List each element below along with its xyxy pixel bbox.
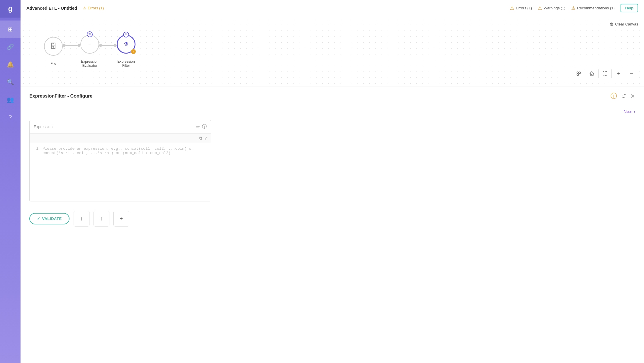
zoom-out-button[interactable]: − (625, 67, 638, 80)
svg-point-2 (577, 74, 579, 76)
help-button[interactable]: Help (621, 4, 638, 12)
bell-icon: 🔔 (7, 61, 14, 68)
edit-pencil-button[interactable]: ✏ (196, 124, 200, 129)
trash-icon: 🗑 (610, 22, 614, 26)
sidebar-item-search[interactable]: 🔍 (0, 73, 21, 91)
node-evaluator-circle[interactable]: 👁 ≡ (80, 35, 99, 54)
expression-placeholder: Please provide an expression: e.g., conc… (43, 146, 207, 155)
warnings-label: Warnings (1) (544, 6, 565, 10)
sidebar: g ⊞ 🔗 🔔 🔍 👥 ? (0, 0, 21, 363)
node-file-label: File (50, 62, 56, 66)
expression-label: Expression (34, 125, 52, 129)
node-file: 🗄 File (44, 37, 63, 66)
database-icon: 🗄 (50, 42, 57, 50)
svg-point-1 (579, 72, 581, 74)
connector-dot-3 (99, 44, 102, 47)
evaluator-icon: ≡ (88, 41, 91, 47)
recommendations-status: ⚠ Recommendations (1) (571, 5, 615, 11)
node-expression-evaluator: 👁 ≡ ExpressionEvaluator (80, 35, 99, 68)
expression-header-actions: ✏ ⓘ (196, 124, 207, 130)
recommendations-label: Recommendations (1) (577, 6, 615, 10)
expand-button[interactable]: ⤢ (204, 135, 208, 141)
next-label: Next (623, 109, 633, 114)
line-numbers: 1 (34, 146, 38, 151)
header-right: ⚠ Errors (1) ⚠ Warnings (1) ⚠ Recommenda… (510, 4, 638, 12)
select-area-button[interactable] (599, 67, 611, 80)
connector-dot-1 (63, 44, 66, 47)
upload-icon: ↑ (100, 216, 103, 222)
bottom-actions: ✓ VALIDATE ↓ ↑ + (21, 211, 644, 235)
question-icon: ? (9, 114, 12, 121)
validate-label: VALIDATE (42, 217, 62, 221)
configure-header: ExpressionFilter - Configure ⓘ ↺ ✕ (21, 86, 644, 106)
connector-dot-4 (114, 44, 117, 47)
page-title: Advanced ETL - Untitled (26, 6, 77, 11)
configure-panel: ExpressionFilter - Configure ⓘ ↺ ✕ Next … (21, 86, 644, 363)
chevron-right-icon: › (634, 109, 635, 114)
top-header: Advanced ETL - Untitled ⚠ Errors (1) ⚠ E… (21, 0, 644, 16)
node-filter-label: ExpressionFilter (117, 59, 135, 68)
configure-actions: ⓘ ↺ ✕ (611, 92, 635, 100)
errors-label: Errors (1) (516, 6, 532, 10)
node-evaluator-label: ExpressionEvaluator (81, 59, 98, 68)
checkmark-icon: ✓ (37, 217, 40, 221)
warnings-warning-icon: ⚠ (538, 5, 542, 11)
close-button[interactable]: ✕ (630, 93, 635, 100)
node-file-circle[interactable]: 🗄 (44, 37, 63, 56)
connector-line-1 (66, 45, 77, 46)
connector-line-2 (102, 45, 114, 46)
clear-canvas-button[interactable]: 🗑 Clear Canvas (610, 22, 638, 26)
grid-icon: ⊞ (8, 26, 13, 33)
plus-icon: + (120, 216, 123, 222)
sidebar-item-help[interactable]: ? (0, 108, 21, 126)
connector-dot-2 (77, 44, 80, 47)
sidebar-nav: ⊞ 🔗 🔔 🔍 👥 ? (0, 18, 21, 126)
recommendations-warning-icon: ⚠ (571, 5, 575, 11)
node-view-button[interactable] (572, 67, 585, 80)
svg-point-0 (577, 72, 579, 74)
copy-button[interactable]: ⧉ (199, 135, 202, 141)
evaluator-eye-icon: 👁 (87, 31, 93, 37)
main-content: Advanced ETL - Untitled ⚠ Errors (1) ⚠ E… (21, 0, 644, 363)
home-view-button[interactable] (585, 67, 598, 80)
error-triangle-icon: ⚠ (83, 6, 87, 10)
download-icon: ↓ (80, 216, 83, 222)
svg-rect-4 (603, 71, 607, 76)
link-icon: 🔗 (7, 43, 14, 50)
expression-info-button[interactable]: ⓘ (202, 124, 207, 130)
code-editor[interactable]: 1 Please provide an expression: e.g., co… (30, 143, 211, 202)
sidebar-item-users[interactable]: 👥 (0, 91, 21, 108)
logo-text: g (8, 5, 13, 13)
expression-box-header: Expression ✏ ⓘ (30, 120, 211, 134)
errors-status: ⚠ Errors (1) (510, 5, 532, 11)
errors-warning-icon: ⚠ (510, 5, 514, 11)
sidebar-item-dashboard[interactable]: ⊞ (0, 21, 21, 38)
node-expression-filter: 👁 ⚗ ! ExpressionFilter (117, 35, 135, 68)
refresh-button[interactable]: ↺ (621, 93, 626, 100)
people-icon: 👥 (7, 96, 14, 103)
expression-editor-container: Expression ✏ ⓘ ⧉ ⤢ 1 Please provide an e… (21, 117, 644, 211)
sidebar-item-notifications[interactable]: 🔔 (0, 56, 21, 73)
warnings-status: ⚠ Warnings (1) (538, 5, 565, 11)
export-button[interactable]: ↑ (94, 211, 109, 226)
next-button[interactable]: Next › (21, 106, 644, 117)
header-errors-badge: ⚠ Errors (1) (83, 6, 104, 10)
clear-canvas-label: Clear Canvas (615, 22, 638, 26)
sidebar-item-connections[interactable]: 🔗 (0, 38, 21, 56)
canvas-area: 🗄 File 👁 ≡ ExpressionEvaluator (21, 16, 644, 86)
configure-title: ExpressionFilter - Configure (29, 93, 92, 99)
search-icon: 🔍 (7, 79, 14, 86)
filter-icon: ⚗ (124, 41, 128, 47)
import-button[interactable]: ↓ (74, 211, 89, 226)
app-logo[interactable]: g (0, 0, 21, 18)
pipeline: 🗄 File 👁 ≡ ExpressionEvaluator (44, 35, 135, 68)
info-button[interactable]: ⓘ (611, 92, 617, 100)
filter-eye-icon: 👁 (123, 32, 129, 38)
add-expression-button[interactable]: + (113, 211, 129, 226)
expression-box: Expression ✏ ⓘ ⧉ ⤢ 1 Please provide an e… (29, 120, 211, 202)
filter-warning-dot: ! (131, 49, 136, 54)
zoom-in-button[interactable]: + (612, 67, 625, 80)
validate-button[interactable]: ✓ VALIDATE (29, 213, 70, 224)
node-filter-circle[interactable]: 👁 ⚗ ! (117, 35, 135, 54)
code-editor-toolbar: ⧉ ⤢ (30, 134, 211, 143)
